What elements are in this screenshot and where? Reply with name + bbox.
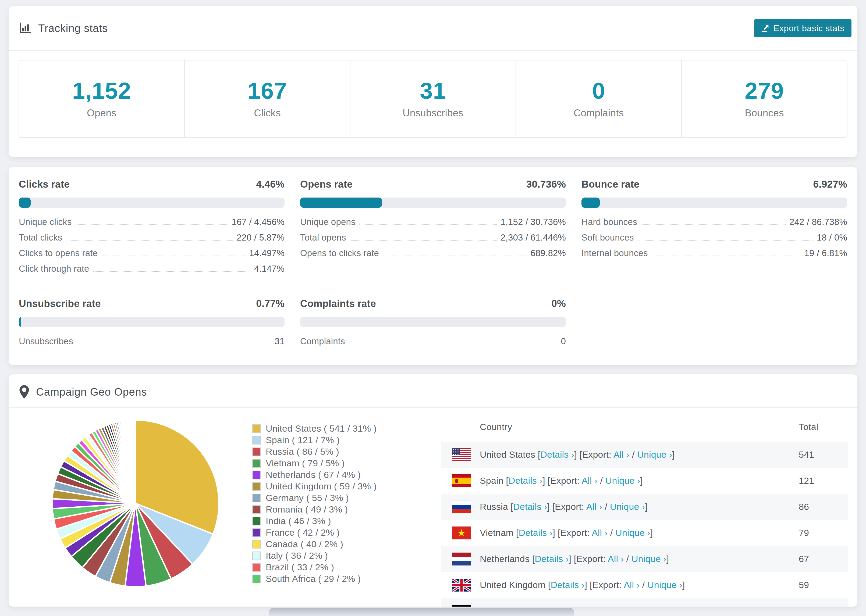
country-name: Russia [ [480, 501, 513, 512]
rate-row-value: 167 / 4.456% [232, 217, 285, 227]
header-divider [9, 50, 857, 51]
stat-value: 279 [745, 79, 784, 102]
total-cell: 59 [799, 580, 848, 590]
rate-row: Unique clicks167 / 4.456% [19, 218, 285, 227]
progress-bar-fill [19, 198, 31, 208]
export-all-link[interactable]: All › [592, 528, 608, 538]
rate-block-clicks-rate: Clicks rate4.46%Unique clicks167 / 4.456… [19, 179, 285, 280]
export-unique-link[interactable]: Unique › [610, 501, 645, 512]
legend-item: Russia ( 86 / 5% ) [252, 446, 377, 457]
details-link[interactable]: Details › [551, 580, 584, 590]
legend-label: Netherlands ( 67 / 4% ) [266, 470, 361, 480]
rate-row: Total clicks220 / 5.87% [19, 234, 285, 242]
dotted-leader [652, 256, 801, 256]
table-row: United States [Details ›] [Export: All ›… [441, 442, 848, 468]
progress-bar-fill [581, 198, 600, 208]
tracking-stats-header: Tracking stats Export basic stats [9, 6, 857, 44]
rate-row-value: 1,152 / 30.736% [501, 217, 566, 227]
legend-label: France ( 42 / 2% ) [266, 527, 340, 538]
legend-item: Vietnam ( 79 / 5% ) [252, 457, 377, 469]
rate-value: 30.736% [526, 179, 566, 190]
rate-title: Bounce rate [581, 179, 639, 190]
export-all-link[interactable]: All › [614, 449, 629, 460]
legend-swatch [252, 552, 261, 560]
rate-block-opens-rate: Opens rate30.736%Unique opens1,152 / 30.… [300, 179, 566, 280]
legend-label: South Africa ( 29 / 2% ) [266, 574, 361, 584]
legend-label: Italy ( 36 / 2% ) [266, 550, 328, 561]
legend-item: India ( 46 / 3% ) [252, 515, 377, 527]
legend-swatch [252, 448, 261, 456]
horizontal-scrollbar[interactable] [269, 608, 574, 616]
geo-opens-card: Campaign Geo Opens United States ( 541 /… [9, 374, 857, 607]
export-basic-stats-label: Export basic stats [773, 24, 844, 33]
stat-value: 1,152 [72, 79, 131, 102]
country-cell: Spain [Details ›] [Export: All › / Uniqu… [452, 475, 799, 487]
rate-row-label: Hard bounces [581, 217, 637, 227]
rate-row-value: 4.147% [254, 264, 285, 273]
stat-box-bounces: 279Bounces [682, 60, 847, 137]
legend-swatch [252, 505, 261, 514]
details-link[interactable]: Details › [513, 501, 547, 512]
export-basic-stats-button[interactable]: Export basic stats [754, 19, 852, 37]
export-unique-link[interactable]: Unique › [615, 528, 650, 538]
country-name: Vietnam [ [480, 528, 518, 538]
export-unique-link[interactable]: Unique › [605, 475, 640, 486]
rate-row-value: 242 / 86.738% [789, 217, 847, 227]
map-pin-icon [19, 385, 29, 399]
export-unique-link[interactable]: Unique › [631, 554, 666, 564]
pie-slice[interactable] [135, 420, 135, 503]
progress-bar-fill [19, 317, 21, 327]
tracking-stats-title: Tracking stats [38, 22, 108, 35]
dotted-leader [76, 225, 228, 225]
legend-item: France ( 42 / 2% ) [252, 527, 377, 538]
country-cell: ★Vietnam [Details ›] [Export: All › / Un… [452, 526, 799, 539]
details-link[interactable]: Details › [509, 475, 542, 486]
rate-row-value: 31 [275, 337, 285, 346]
dotted-leader [93, 271, 251, 272]
stat-label: Opens [87, 107, 117, 119]
rates-grid: Clicks rate4.46%Unique clicks167 / 4.456… [9, 167, 857, 353]
rate-row: Complaints0 [300, 337, 566, 346]
table-row-partial [441, 598, 848, 607]
country-cell: United States [Details ›] [Export: All ›… [452, 448, 799, 461]
legend-swatch [252, 436, 261, 445]
legend-swatch [252, 517, 261, 525]
geo-opens-header: Campaign Geo Opens [9, 374, 857, 399]
vn-flag-icon: ★ [452, 526, 471, 539]
country-name: United States [ [480, 449, 540, 460]
stat-box-complaints: 0Complaints [516, 60, 682, 137]
export-all-link[interactable]: All › [586, 501, 602, 512]
rate-block-complaints-rate: Complaints rate0%Complaints0 [300, 298, 566, 353]
rate-value: 0% [551, 298, 566, 310]
export-all-link[interactable]: All › [608, 554, 624, 564]
dotted-leader [350, 240, 497, 240]
export-unique-link[interactable]: Unique › [647, 580, 682, 590]
rate-row-label: Click through rate [19, 264, 89, 273]
de-flag-icon [452, 605, 471, 607]
export-all-link[interactable]: All › [582, 475, 598, 486]
country-name: Netherlands [ [480, 554, 535, 564]
details-link[interactable]: Details › [540, 449, 574, 460]
legend-label: Canada ( 40 / 2% ) [266, 539, 343, 549]
rate-row: Click through rate4.147% [19, 265, 285, 273]
stat-box-unsubscribes: 31Unsubscribes [350, 60, 516, 137]
total-cell: 86 [799, 501, 848, 512]
rate-row-label: Unique opens [300, 217, 356, 227]
stat-label: Bounces [745, 107, 784, 119]
total-cell: 67 [799, 554, 848, 564]
rate-value: 6.927% [813, 179, 847, 190]
rate-row-label: Total opens [300, 233, 346, 242]
rate-row: Opens to clicks rate689.82% [300, 249, 566, 258]
export-all-link[interactable]: All › [624, 580, 639, 590]
details-link[interactable]: Details › [535, 554, 568, 564]
stat-label: Unsubscribes [403, 107, 463, 119]
rate-title: Clicks rate [19, 179, 70, 190]
rate-row: Hard bounces242 / 86.738% [581, 218, 847, 227]
es-flag-icon [452, 475, 471, 487]
stat-label: Complaints [574, 107, 624, 119]
stat-value: 31 [420, 79, 446, 102]
export-unique-link[interactable]: Unique › [637, 449, 672, 460]
progress-bar [19, 198, 285, 208]
details-link[interactable]: Details › [518, 528, 553, 538]
progress-bar [19, 317, 285, 327]
